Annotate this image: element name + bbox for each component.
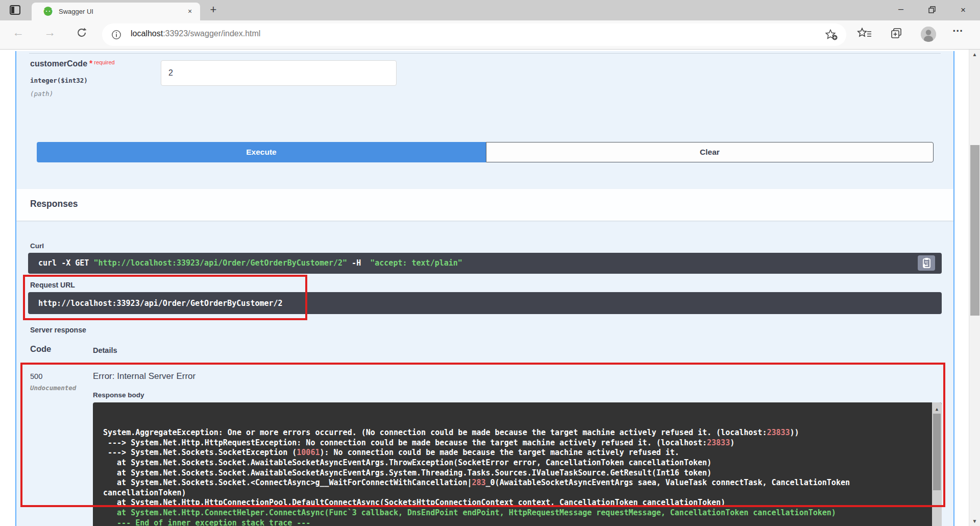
clear-button[interactable]: Clear [486, 142, 934, 162]
required-label: required [94, 59, 114, 65]
back-button[interactable]: ← [12, 26, 24, 39]
url-path: :33923/swagger/index.html [163, 29, 260, 38]
curl-label: Curl [30, 242, 44, 250]
request-url-label: Request URL [30, 281, 75, 289]
url-host: localhost [131, 29, 163, 38]
site-info-icon[interactable] [111, 30, 121, 42]
server-response-label: Server response [30, 326, 86, 334]
curl-command: curl -X GET "http://localhost:33923/api/… [28, 253, 942, 274]
svg-text:{··}: {··} [43, 9, 53, 14]
browser-toolbar: ← → localhost:33923/swagger/index.html ⋯ [0, 20, 980, 50]
get-operation-panel: customerCode*required integer($int32) (p… [15, 51, 954, 526]
tab-close-icon[interactable]: × [185, 6, 195, 16]
page-scroll-thumb[interactable] [970, 145, 979, 316]
status-undocumented-note: Undocumented [30, 384, 76, 392]
response-body-label: Response body [93, 391, 144, 399]
favorites-icon[interactable] [857, 27, 872, 42]
request-url-box: http://localhost:33923/api/Order/GetOrde… [28, 292, 942, 314]
window-minimize-button[interactable]: – [889, 0, 913, 20]
browser-window: {··} Swagger UI × + – × ← → localhost:33… [0, 0, 980, 526]
collections-icon[interactable] [890, 27, 904, 42]
window-close-button[interactable]: × [951, 0, 975, 20]
new-tab-button[interactable]: + [206, 3, 220, 17]
swagger-favicon-icon: {··} [43, 6, 53, 16]
favorite-add-icon[interactable] [825, 29, 838, 43]
tab-strip: {··} Swagger UI × + – × [0, 0, 980, 20]
forward-button[interactable]: → [44, 26, 56, 39]
details-column-header: Details [93, 346, 117, 354]
row-separator [29, 53, 941, 54]
customer-code-input[interactable] [161, 60, 397, 86]
response-body-console: System.AggregateException: One or more e… [93, 402, 942, 526]
page-scrollbar[interactable]: ▲ ▼ [969, 50, 980, 526]
settings-more-icon[interactable]: ⋯ [952, 25, 964, 37]
response-description: Error: Internal Server Error [93, 371, 195, 381]
copy-curl-button[interactable] [918, 255, 935, 271]
execute-button[interactable]: Execute [37, 142, 486, 162]
required-star: * [89, 59, 92, 68]
swagger-page: customerCode*required integer($int32) (p… [0, 50, 980, 526]
url-text[interactable]: localhost:33923/swagger/index.html [131, 29, 260, 38]
response-body-scroll-thumb[interactable] [933, 414, 941, 490]
code-column-header: Code [30, 344, 51, 354]
tab-actions-icon[interactable] [8, 4, 22, 17]
parameter-name: customerCode*required [30, 59, 115, 68]
address-bar[interactable]: localhost:33923/swagger/index.html [102, 23, 846, 46]
tab-title: Swagger UI [59, 8, 93, 15]
responses-title: Responses [30, 199, 78, 209]
browser-tab[interactable]: {··} Swagger UI × [32, 3, 200, 20]
status-code: 500 [30, 372, 42, 380]
profile-avatar[interactable] [921, 27, 936, 42]
scroll-up-icon[interactable]: ▲ [932, 404, 942, 415]
parameter-location: (path) [30, 90, 53, 98]
window-restore-button[interactable] [920, 0, 944, 20]
page-scroll-up-icon[interactable]: ▲ [969, 52, 980, 57]
response-body-scrollbar[interactable]: ▲ [932, 402, 942, 526]
page-scroll-down-icon[interactable]: ▼ [969, 518, 980, 524]
request-url-value: http://localhost:33923/api/Order/GetOrde… [38, 299, 283, 308]
refresh-button[interactable] [76, 27, 88, 41]
stack-trace: System.AggregateException: One or more e… [103, 428, 942, 526]
parameter-type: integer($int32) [30, 77, 88, 84]
responses-header: Responses [16, 189, 953, 221]
